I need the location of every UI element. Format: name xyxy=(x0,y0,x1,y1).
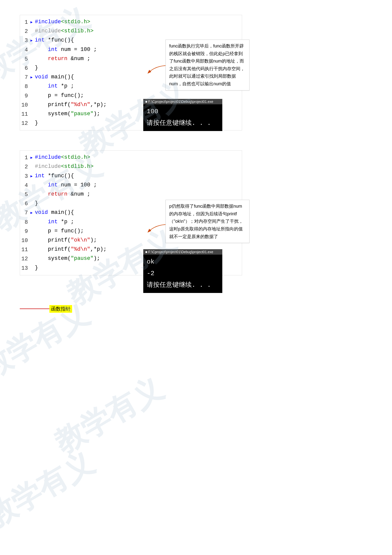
bottom-label-section: 函数指针 xyxy=(20,305,372,313)
bottom-label-text: 函数指针 xyxy=(49,305,72,313)
annotation-1: func函数执行完毕后，func函数所开辟的栈区就会被销毁，但此处p已经拿到了f… xyxy=(165,40,249,90)
code2-line-4: 4 int num = 100 ; xyxy=(20,181,242,190)
label-line-right xyxy=(35,309,49,309)
section-1: 1 ▸ #include<stdio.h> 2 #include<stdlib.… xyxy=(20,15,372,131)
code2-line-3: 3 ▸ int *func(){ xyxy=(20,172,242,181)
terminal-title-2: ■ F:\Cproject\project01\Debug\project01.… xyxy=(143,249,222,255)
section-2: 1 ▸ #include<stdio.h> 2 #include<stdlib.… xyxy=(20,150,372,275)
annotation-2: p仍然取得了func函数中局部数据num的内存地址，但因为后续语句printf（… xyxy=(165,200,249,243)
code-line-2: 2 #include<stdlib.h> xyxy=(20,27,242,36)
code2-line-5: 5 return &num ; xyxy=(20,190,242,199)
terminal-output-2: ok-2请按任意键继续. . . xyxy=(147,256,219,291)
terminal-1: ■ F:\Cproject\project01\Debug\project01.… xyxy=(143,99,222,131)
terminal-2: ■ F:\Cproject\project01\Debug\project01.… xyxy=(143,249,222,293)
page-container: 1 ▸ #include<stdio.h> 2 #include<stdlib.… xyxy=(0,0,392,328)
code2-line-2: 2 #include<stdlib.h> xyxy=(20,162,242,171)
terminal-output-1: 100请按任意键继续. . . xyxy=(147,106,219,129)
label-line-left xyxy=(20,309,35,309)
code-line-1: 1 ▸ #include<stdio.h> xyxy=(20,18,242,27)
code2-line-1: 1 ▸ #include<stdio.h> xyxy=(20,153,242,162)
terminal-title-1: ■ F:\Cproject\project01\Debug\project01.… xyxy=(143,99,222,104)
